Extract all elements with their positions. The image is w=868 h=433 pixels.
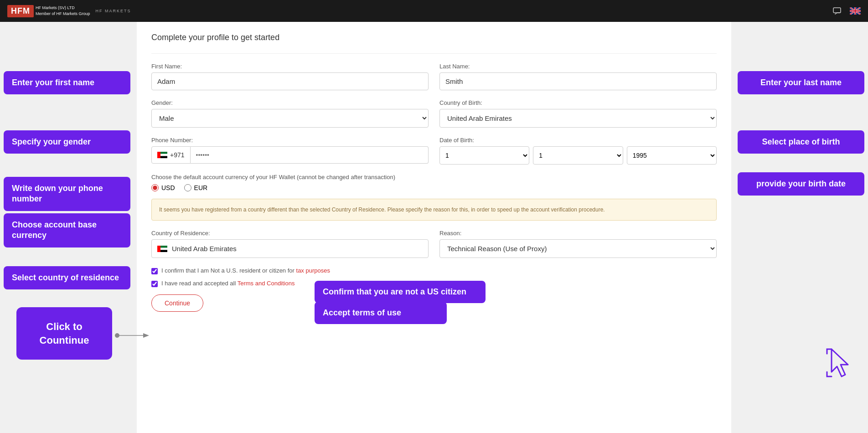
cursor-icon [822,345,859,386]
tax-purposes-link[interactable]: tax purposes [296,267,330,274]
phone-country-code: +971 [170,151,185,159]
last-name-group: Last Name: [439,63,717,90]
gender-group: Gender: Male Female [151,99,429,128]
phone-input-row: +971 [151,146,429,164]
usd-radio[interactable] [151,184,159,191]
svg-rect-9 [157,152,160,158]
eur-option[interactable]: EUR [184,184,208,191]
residence-group: Country of Residence: United Arab Emirat… [151,230,429,258]
eur-label: EUR [194,184,208,191]
continue-button[interactable]: Continue [151,294,203,312]
svg-rect-0 [833,8,841,13]
uae-flag-icon [157,152,167,158]
first-name-group: First Name: [151,63,429,90]
residence-reason-row: Country of Residence: United Arab Emirat… [151,230,717,258]
last-name-input[interactable] [439,72,717,90]
terms-link[interactable]: Terms and Conditions [238,280,295,287]
country-of-birth-label: Country of Birth: [439,99,717,106]
usd-label: USD [161,184,175,191]
chat-icon[interactable] [832,5,842,16]
dob-label: Date of Birth: [439,137,717,144]
svg-point-3 [115,333,119,338]
annotation-accept-terms[interactable]: Accept terms of use [315,302,447,324]
cursor-icon-container [822,345,859,387]
continue-arrow [114,331,151,340]
dob-year-select[interactable]: 1995199019851980 [627,146,717,165]
eur-radio[interactable] [184,184,191,191]
us-citizen-checkbox-row: I confirm that I am Not a U.S. resident … [151,267,717,274]
reason-group: Reason: Technical Reason (Use of Proxy) … [439,230,717,258]
currency-description: Choose the default account currency of y… [151,174,717,180]
annotation-enter-first-name[interactable]: Enter your first name [4,71,130,94]
annotation-select-residence[interactable]: Select country of residence [4,266,130,289]
annotation-write-phone[interactable]: Write down your phone number [4,177,130,211]
click-continue-label: Click toCountinue [40,321,89,346]
logo-box: HFM [7,5,34,17]
annotation-specify-gender[interactable]: Specify your gender [4,130,130,154]
terms-checkbox[interactable] [151,281,158,287]
terms-text: I have read and accepted all Terms and C… [161,280,294,287]
phone-dob-row: Phone Number: +971 [151,137,717,165]
first-name-input[interactable] [151,72,429,90]
left-annotations: Enter your first name Specify your gende… [0,22,137,433]
residence-country-name: United Arab Emirates [172,245,237,253]
phone-number-input[interactable] [191,146,429,164]
dob-group: Date of Birth: 12345 678910 1112131415 1… [439,137,717,165]
residence-flag-icon [157,246,167,252]
navbar-right [832,5,861,16]
svg-marker-4 [143,333,149,338]
brand-text: HF MARKETS [96,9,131,13]
usd-option[interactable]: USD [151,184,175,191]
annotation-click-continue[interactable]: Click toCountinue [16,307,112,360]
gender-label: Gender: [151,99,429,106]
dob-selects-row: 12345 678910 1112131415 1617181920 21222… [439,146,717,165]
annotation-enter-last-name[interactable]: Enter your last name [738,71,864,94]
country-of-birth-select[interactable]: United Arab Emirates United Kingdom Unit… [439,109,717,128]
dob-day-select[interactable]: 12345 678910 1112131415 1617181920 21222… [439,146,529,165]
annotation-confirm-us-citizen[interactable]: Confirm that you are not a US citizen [315,281,486,303]
currency-section: Choose the default account currency of y… [151,174,717,191]
annotation-provide-birth-date[interactable]: provide your birth date [738,172,864,196]
us-citizen-checkbox[interactable] [151,268,158,274]
navbar: HFM HF Markets (SV) LTD Member of HF Mar… [0,0,868,22]
annotation-choose-currency[interactable]: Choose account base currency [4,213,130,247]
right-annotations: Enter your last name Select place of bir… [731,22,868,433]
logo: HFM HF Markets (SV) LTD Member of HF Mar… [7,5,131,17]
phone-code-display: +971 [151,146,191,164]
gender-select[interactable]: Male Female [151,109,429,128]
us-citizen-text: I confirm that I am Not a U.S. resident … [161,267,330,274]
svg-rect-14 [157,246,160,252]
last-name-label: Last Name: [439,63,717,70]
reason-select[interactable]: Technical Reason (Use of Proxy) Business… [439,239,717,258]
country-of-birth-group: Country of Birth: United Arab Emirates U… [439,99,717,128]
currency-options: USD EUR [151,184,717,191]
gender-cob-row: Gender: Male Female Country of Birth: Un… [151,99,717,128]
phone-label: Phone Number: [151,137,429,144]
residence-input[interactable]: United Arab Emirates [151,239,429,258]
center-form: Complete your profile to get started Fir… [137,22,731,433]
reason-label: Reason: [439,230,717,237]
main-layout: Enter your first name Specify your gende… [0,22,868,433]
name-row: First Name: Last Name: [151,63,717,90]
residence-label: Country of Residence: [151,230,429,237]
uk-flag-icon[interactable] [850,5,861,16]
first-name-label: First Name: [151,63,429,70]
logo-company-text: HF Markets (SV) LTD Member of HF Markets… [36,5,90,16]
warning-box: It seems you have registered from a coun… [151,199,717,221]
form-title: Complete your profile to get started [151,33,717,42]
dob-month-select[interactable]: 12345 678910 1112 [533,146,623,165]
phone-group: Phone Number: +971 [151,137,429,165]
annotation-select-birth-place[interactable]: Select place of birth [738,130,864,154]
